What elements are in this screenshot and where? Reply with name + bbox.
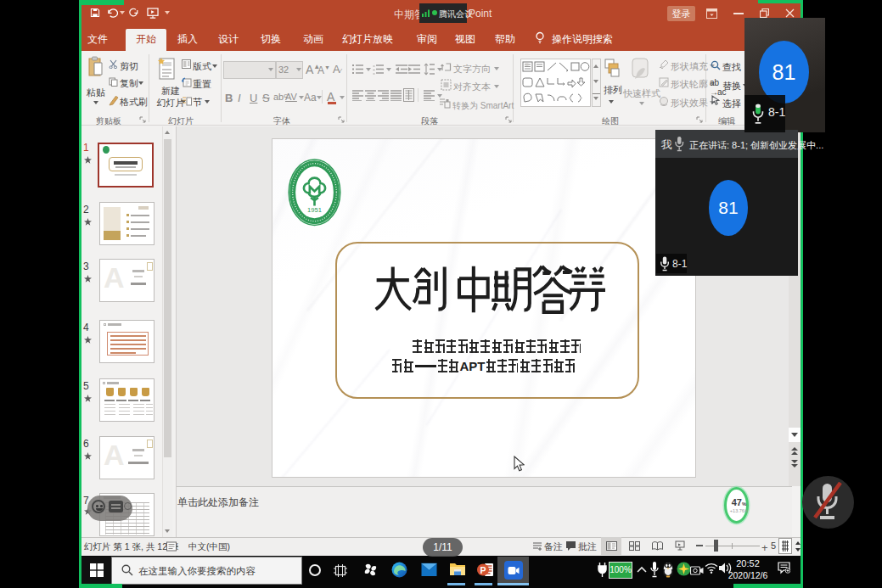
svg-text:P: P	[480, 565, 486, 575]
svg-text:1951: 1951	[307, 206, 322, 214]
